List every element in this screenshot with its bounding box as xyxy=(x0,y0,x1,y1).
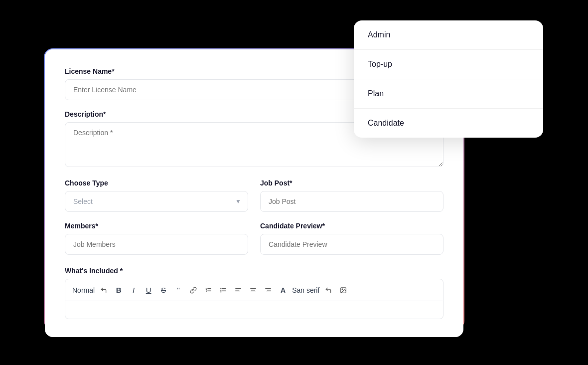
underline-icon[interactable]: U xyxy=(143,284,154,296)
undo-icon[interactable] xyxy=(98,285,110,295)
link-icon[interactable] xyxy=(187,285,199,295)
normal-style-selector[interactable]: Normal xyxy=(72,286,95,294)
editor-content-area[interactable] xyxy=(65,301,443,319)
dropdown-item-topup[interactable]: Top-up xyxy=(354,50,543,79)
whats-included-label: What's Included * xyxy=(65,267,443,275)
job-post-input[interactable] xyxy=(260,191,443,212)
choose-type-label: Choose Type xyxy=(65,179,248,187)
svg-point-19 xyxy=(342,289,343,290)
dropdown-menu: Admin Top-up Plan Candidate xyxy=(354,20,543,138)
candidate-preview-label: Candidate Preview* xyxy=(260,222,443,230)
blockquote-icon[interactable]: " xyxy=(172,284,184,296)
bold-icon[interactable]: B xyxy=(113,284,125,296)
job-post-group: Job Post* xyxy=(260,179,443,212)
dropdown-item-admin[interactable]: Admin xyxy=(354,20,543,50)
italic-icon[interactable]: I xyxy=(128,284,140,296)
svg-point-7 xyxy=(221,290,221,290)
image-icon[interactable] xyxy=(337,285,349,295)
editor-toolbar: Normal B I U S " xyxy=(65,279,443,301)
strikethrough-icon[interactable]: S xyxy=(157,284,169,296)
align-right-icon[interactable] xyxy=(262,285,274,295)
whats-included-group: What's Included * Normal B I U S " xyxy=(65,267,443,319)
choose-type-group: Choose Type Select Admin Plan Candidate … xyxy=(65,179,248,212)
members-preview-row: Members* Candidate Preview* xyxy=(65,222,443,265)
ordered-list-icon[interactable] xyxy=(202,285,214,295)
select-wrapper: Select Admin Plan Candidate ▼ xyxy=(65,191,248,212)
type-jobpost-row: Choose Type Select Admin Plan Candidate … xyxy=(65,179,443,222)
dropdown-item-plan[interactable]: Plan xyxy=(354,79,543,109)
svg-point-6 xyxy=(221,288,221,288)
svg-point-8 xyxy=(221,291,221,292)
candidate-preview-group: Candidate Preview* xyxy=(260,222,443,255)
choose-type-select[interactable]: Select Admin Plan Candidate xyxy=(65,191,248,212)
unordered-list-icon[interactable] xyxy=(217,285,229,295)
members-group: Members* xyxy=(65,222,248,255)
members-label: Members* xyxy=(65,222,248,230)
align-center-icon[interactable] xyxy=(247,285,259,295)
dropdown-item-candidate[interactable]: Candidate xyxy=(354,109,543,138)
font-family-selector[interactable]: San serif xyxy=(292,286,319,294)
members-input[interactable] xyxy=(65,234,248,255)
text-color-icon[interactable]: A xyxy=(277,285,289,296)
candidate-preview-input[interactable] xyxy=(260,234,443,255)
job-post-label: Job Post* xyxy=(260,179,443,187)
highlight-icon[interactable] xyxy=(322,285,334,295)
align-left-icon[interactable] xyxy=(232,285,244,295)
